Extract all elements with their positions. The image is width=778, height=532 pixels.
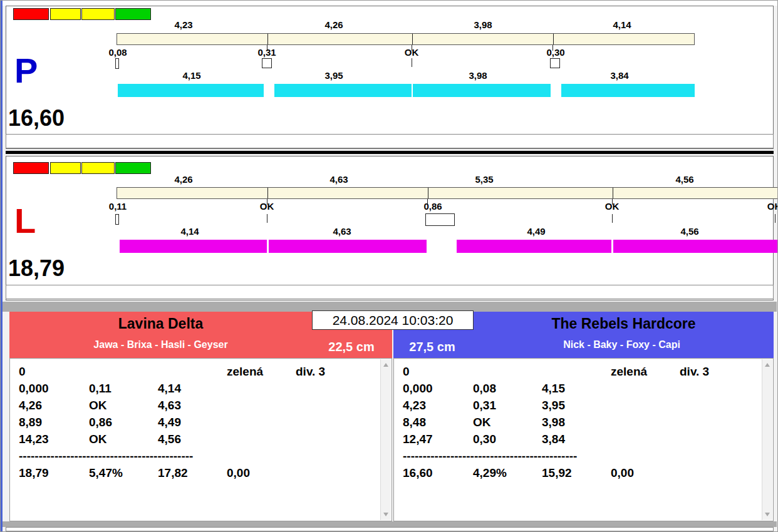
log-cell: OK bbox=[473, 414, 542, 431]
log-cell: 3,84 bbox=[542, 431, 611, 448]
log-row: 0,0000,114,14 bbox=[19, 380, 378, 397]
lane-l-signal-yellow-2 bbox=[81, 162, 115, 174]
log-cell: 4,14 bbox=[158, 380, 227, 397]
log-cell: 0,31 bbox=[473, 397, 542, 414]
lane-l-change-marker-5 bbox=[775, 214, 775, 223]
team-left-result-log[interactable]: 0zelenádiv. 3 0,0000,114,14 4,26OK4,63 8… bbox=[9, 358, 392, 521]
team-left-log-scrollbar[interactable] bbox=[380, 359, 391, 520]
lane-l-scale-divider bbox=[267, 188, 268, 198]
lane-l-time-bar-2 bbox=[269, 240, 427, 253]
lane-l-footer-strip bbox=[6, 285, 774, 299]
lane-p-total-time: 16,60 bbox=[8, 107, 65, 130]
lane-p-scale-bar bbox=[117, 33, 695, 45]
lane-p-time-bar-1 bbox=[118, 84, 264, 97]
log-cell: zelená bbox=[611, 363, 680, 380]
lane-l-change-1: 0,11 bbox=[93, 202, 143, 212]
log-cell: zelená bbox=[227, 363, 296, 380]
log-cell: 16,60 bbox=[403, 464, 473, 481]
log-row: 8,48OK3,98 bbox=[403, 414, 759, 431]
log-separator: ----------------------------------------… bbox=[403, 449, 577, 463]
log-row: 12,470,303,84 bbox=[403, 431, 759, 448]
log-row: 14,23OK4,56 bbox=[19, 431, 378, 448]
log-row: 0,0000,084,15 bbox=[403, 380, 759, 397]
log-cell: OK bbox=[89, 397, 158, 414]
team-right-result-log[interactable]: 0zelenádiv. 3 0,0000,084,15 4,230,313,95… bbox=[393, 358, 774, 521]
team-left-jump-height: 22,5 cm bbox=[312, 339, 391, 354]
team-right-name: The Rebels Hardcore bbox=[474, 315, 774, 332]
log-row: 4,230,313,95 bbox=[403, 397, 759, 414]
lane-p-change-2: 0,31 bbox=[242, 48, 292, 58]
lane-l-total-time: 18,79 bbox=[8, 257, 65, 280]
lane-p-dog-time-1: 4,15 bbox=[154, 71, 229, 81]
lane-l-time-bar-1 bbox=[120, 240, 267, 253]
lane-p-letter: P bbox=[14, 53, 38, 88]
log-row: 0zelenádiv. 3 bbox=[19, 363, 378, 380]
flyball-timing-window: 4,23 4,26 3,98 4,14 0,08 0,31 OK 0,30 4,… bbox=[0, 0, 778, 532]
lane-divider bbox=[6, 151, 774, 154]
scroll-up-icon[interactable] bbox=[765, 363, 770, 367]
lane-p-dog-time-3: 3,98 bbox=[440, 71, 516, 81]
log-cell: 14,23 bbox=[19, 431, 89, 448]
lane-p-time-bar-3 bbox=[413, 84, 551, 97]
log-cell: 0,30 bbox=[473, 431, 542, 448]
scroll-down-icon[interactable] bbox=[383, 513, 388, 516]
lane-p-signal-yellow-2 bbox=[81, 8, 115, 20]
log-cell: 4,29% bbox=[473, 464, 542, 481]
log-row: 4,26OK4,63 bbox=[19, 397, 378, 414]
lane-p-footer-strip bbox=[6, 134, 774, 148]
datetime-display: 24.08.2024 10:03:20 bbox=[312, 310, 474, 330]
lane-l-scale-divider bbox=[428, 188, 428, 198]
lane-l-dog-time-2: 4,63 bbox=[304, 227, 380, 237]
log-separator: ----------------------------------------… bbox=[19, 449, 193, 463]
lane-l-signal-yellow-1 bbox=[50, 162, 81, 174]
lane-l-change-marker-2 bbox=[267, 214, 267, 223]
lane-p-time-bar-2 bbox=[274, 84, 412, 97]
log-cell: 4,49 bbox=[158, 414, 227, 431]
window-top-strip bbox=[1, 1, 777, 6]
window-left-accent bbox=[1, 1, 3, 531]
team-right-lineup: Nick - Baky - Foxy - Capi bbox=[470, 339, 774, 351]
lane-l-time-bar-4 bbox=[613, 240, 778, 253]
log-cell: 3,98 bbox=[542, 414, 611, 431]
lane-l-change-marker-4 bbox=[612, 214, 613, 223]
log-cell: 0,00 bbox=[611, 464, 680, 481]
lane-l-change-marker-1 bbox=[115, 214, 119, 225]
lane-p-signal-red bbox=[13, 8, 49, 20]
lane-l-signal-green bbox=[115, 162, 151, 174]
log-cell: div. 3 bbox=[680, 363, 742, 380]
lane-p-change-marker-4 bbox=[550, 58, 560, 68]
team-left-lineup: Jawa - Brixa - Hasli - Geyser bbox=[9, 339, 312, 351]
lane-l-change-marker-3 bbox=[425, 213, 455, 226]
log-cell: 4,26 bbox=[19, 397, 89, 414]
log-separator-row: ----------------------------------------… bbox=[403, 448, 759, 464]
lane-l-run-time-1: 4,26 bbox=[146, 175, 221, 185]
team-right-log-scrollbar[interactable] bbox=[762, 359, 772, 520]
lane-p-change-marker-1 bbox=[115, 58, 119, 69]
lane-p-signal-green bbox=[115, 8, 151, 20]
log-cell: 12,47 bbox=[403, 431, 473, 448]
log-cell: 0,000 bbox=[19, 380, 89, 397]
lane-p-run-time-2: 4,26 bbox=[296, 20, 371, 30]
team-left-log-rows: 0zelenádiv. 3 0,0000,114,14 4,26OK4,63 8… bbox=[19, 363, 378, 481]
lane-l-letter: L bbox=[14, 203, 36, 238]
log-cell: 15,92 bbox=[542, 464, 611, 481]
log-row: 0zelenádiv. 3 bbox=[403, 363, 759, 380]
log-cell: 4,15 bbox=[542, 380, 611, 397]
lane-l-run-time-4: 4,56 bbox=[647, 175, 722, 185]
log-cell: 8,89 bbox=[19, 414, 89, 431]
lane-p-change-1: 0,08 bbox=[93, 48, 143, 58]
scroll-up-icon[interactable] bbox=[383, 363, 388, 367]
bottom-separator bbox=[3, 521, 777, 527]
lane-p-time-bar-4 bbox=[561, 84, 695, 97]
team-right-log-rows: 0zelenádiv. 3 0,0000,084,15 4,230,313,95… bbox=[403, 363, 759, 481]
lane-p-run-time-4: 4,14 bbox=[584, 20, 660, 30]
lane-p-signal-yellow-1 bbox=[50, 8, 81, 20]
lane-p-run-time-3: 3,98 bbox=[445, 20, 521, 30]
scroll-down-icon[interactable] bbox=[765, 513, 770, 516]
lane-p-scale-divider bbox=[412, 34, 413, 44]
log-summary-row: 18,795,47%17,820,00 bbox=[19, 464, 378, 481]
lane-p-change-marker-2 bbox=[262, 58, 272, 68]
log-cell: 3,95 bbox=[542, 397, 611, 414]
lane-l-change-2: OK bbox=[242, 202, 292, 212]
log-cell: 0,08 bbox=[473, 380, 542, 397]
